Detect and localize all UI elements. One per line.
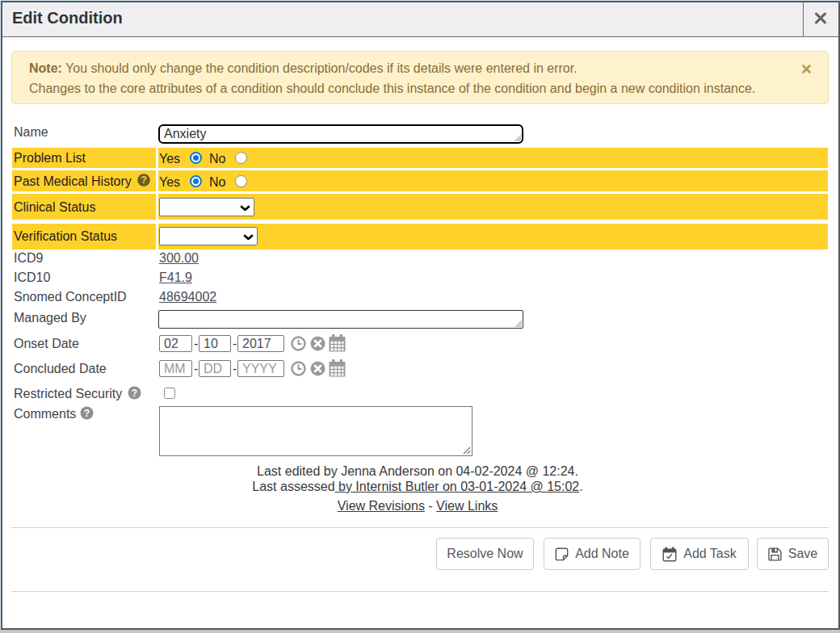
- svg-text:?: ?: [84, 408, 90, 419]
- svg-text:?: ?: [132, 388, 137, 399]
- svg-text:?: ?: [141, 174, 147, 186]
